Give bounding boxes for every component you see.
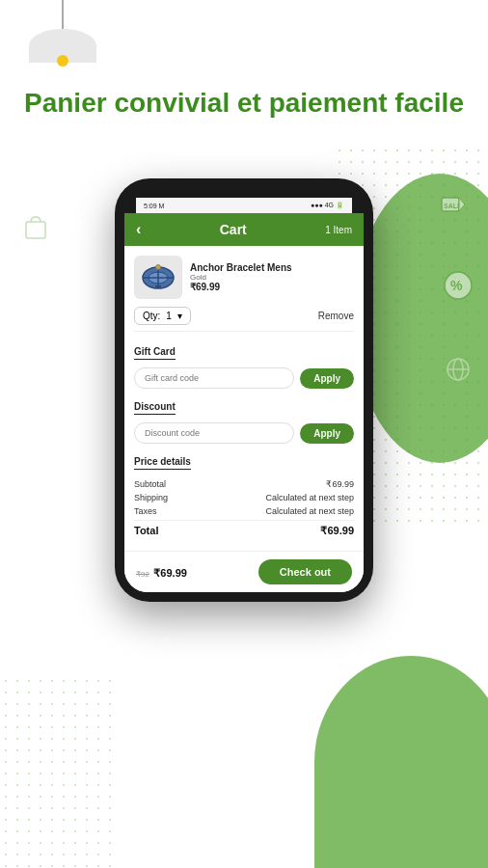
bg-blob-bottom (314, 656, 488, 868)
deco-bag (21, 212, 50, 245)
remove-button[interactable]: Remove (318, 311, 354, 321)
checkout-bar: ₹92 ₹69.99 Check out (124, 551, 364, 592)
cart-content: Anchor Bracelet Mens Gold ₹69.99 Qty: 1 … (124, 246, 364, 551)
qty-selector[interactable]: Qty: 1 ▾ (134, 307, 191, 325)
subtotal-value: ₹69.99 (326, 479, 354, 489)
shipping-value: Calculated at next step (265, 493, 354, 502)
status-time: 5:09 M (144, 203, 164, 209)
product-price: ₹69.99 (190, 282, 354, 292)
original-price: ₹92 (136, 570, 149, 579)
status-signal: ●●● 4G 🔋 (311, 202, 344, 209)
bg-dots-bottom (0, 675, 116, 868)
price-details-section: Price details Subtotal ₹69.99 Shipping C… (134, 451, 354, 537)
phone-mockup: 5:09 M ●●● 4G 🔋 ‹ Cart 1 Item (115, 178, 373, 602)
taxes-value: Calculated at next step (265, 506, 354, 516)
gift-card-input[interactable] (134, 367, 294, 389)
qty-dropdown-icon[interactable]: ▾ (177, 311, 182, 321)
shipping-label: Shipping (134, 493, 168, 502)
page-heading-container: Panier convivial et paiement facile (0, 87, 488, 120)
total-row: Total ₹69.99 (134, 520, 354, 537)
cart-title: Cart (220, 222, 247, 237)
phone-notch-bar: 5:09 M ●●● 4G 🔋 (124, 188, 364, 211)
product-info: Anchor Bracelet Mens Gold ₹69.99 (190, 262, 354, 292)
deco-percent: % (443, 270, 474, 305)
product-image-svg (136, 258, 180, 297)
product-image (134, 256, 182, 299)
lamp-wire (62, 0, 64, 29)
qty-value: 1 (166, 311, 172, 321)
product-variant: Gold (190, 273, 354, 282)
discount-input-row: Apply (134, 422, 354, 444)
deco-globe (446, 357, 471, 386)
subtotal-row: Subtotal ₹69.99 (134, 479, 354, 489)
checkout-price: ₹69.99 (153, 567, 187, 579)
checkout-button[interactable]: Check out (258, 559, 352, 584)
gift-card-label: Gift Card (134, 346, 176, 360)
shipping-row: Shipping Calculated at next step (134, 493, 354, 502)
subtotal-label: Subtotal (134, 479, 166, 489)
gift-card-apply-button[interactable]: Apply (300, 368, 354, 389)
phone-body: 5:09 M ●●● 4G 🔋 ‹ Cart 1 Item (115, 178, 373, 602)
status-bar: 5:09 M ●●● 4G 🔋 (136, 198, 352, 213)
phone-screen: ‹ Cart 1 Item (124, 213, 364, 592)
taxes-row: Taxes Calculated at next step (134, 506, 354, 516)
gift-card-section: Gift Card Apply (134, 341, 354, 389)
total-value: ₹69.99 (320, 525, 354, 537)
discount-input[interactable] (134, 422, 294, 444)
lamp (29, 0, 96, 63)
back-button[interactable]: ‹ (136, 221, 141, 238)
lamp-shade (29, 29, 96, 63)
lamp-bulb (57, 55, 68, 67)
svg-rect-8 (26, 222, 45, 238)
svg-text:%: % (450, 278, 463, 293)
svg-point-13 (156, 264, 161, 269)
qty-row: Qty: 1 ▾ Remove (134, 307, 354, 332)
taxes-label: Taxes (134, 506, 157, 516)
product-row: Anchor Bracelet Mens Gold ₹69.99 (134, 256, 354, 299)
total-label: Total (134, 525, 158, 537)
discount-label: Discount (134, 401, 176, 415)
app-header: ‹ Cart 1 Item (124, 213, 364, 246)
deco-sale-tag: SALE (440, 188, 467, 219)
product-name: Anchor Bracelet Mens (190, 262, 354, 273)
svg-marker-2 (459, 198, 465, 211)
discount-section: Discount Apply (134, 396, 354, 444)
gift-card-input-row: Apply (134, 367, 354, 389)
qty-label: Qty: (143, 311, 160, 321)
price-details-label: Price details (134, 456, 191, 470)
item-count: 1 Item (325, 225, 352, 235)
discount-apply-button[interactable]: Apply (300, 423, 354, 444)
page-title: Panier convivial et paiement facile (19, 87, 469, 120)
checkout-price-group: ₹92 ₹69.99 (136, 563, 187, 581)
